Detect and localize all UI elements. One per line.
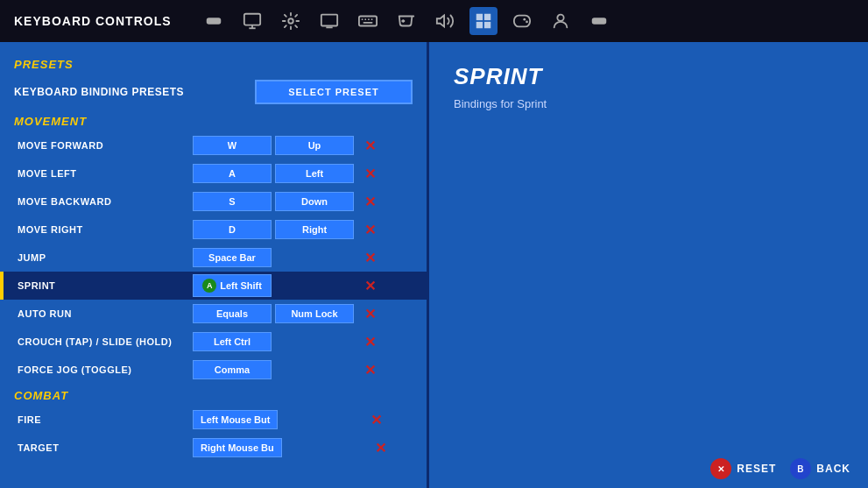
svg-rect-21	[591, 18, 606, 24]
key-slot-equals[interactable]: Equals	[193, 304, 272, 323]
svg-rect-15	[483, 14, 490, 20]
key-slot-right[interactable]: Right	[275, 220, 354, 239]
svg-rect-16	[476, 22, 482, 28]
gear-nav-icon[interactable]	[277, 7, 305, 35]
key-slot-lmb[interactable]: Left Mouse But	[193, 410, 278, 429]
key-slot-forcej-empty	[275, 366, 354, 373]
action-auto-run: AUTO RUN	[18, 308, 193, 319]
page-title: KEYBOARD CONTROLS	[14, 14, 172, 28]
binding-row-move-backward[interactable]: MOVE BACKWARD S Down ✕	[0, 187, 427, 216]
binding-row-move-forward[interactable]: MOVE FORWARD W Up ✕	[0, 131, 427, 159]
delete-jump[interactable]: ✕	[361, 250, 379, 266]
key-slot-fire-empty	[281, 416, 360, 423]
action-move-right: MOVE RIGHT	[18, 224, 193, 235]
delete-move-left[interactable]: ✕	[361, 166, 379, 182]
key-slots-force-jog: Comma ✕	[193, 360, 413, 379]
back-btn-circle: B	[790, 458, 811, 479]
action-jump: JUMP	[18, 252, 193, 263]
select-preset-button[interactable]: SELECT PRESET	[255, 80, 413, 104]
top-bar: KEYBOARD CONTROLS	[0, 0, 868, 42]
presets-section-label: PRESETS	[0, 53, 427, 74]
grid-nav-icon[interactable]	[469, 7, 498, 35]
reset-label: RESET	[737, 463, 776, 475]
key-slots-target: Right Mouse Bu ✕	[193, 438, 413, 457]
binding-row-jump[interactable]: JUMP Space Bar ✕	[0, 244, 427, 272]
action-move-left: MOVE LEFT	[18, 168, 193, 179]
delete-crouch[interactable]: ✕	[361, 334, 379, 350]
delete-auto-run[interactable]: ✕	[361, 306, 379, 322]
svg-marker-13	[436, 16, 443, 27]
action-crouch: CROUCH (TAP) / SLIDE (HOLD)	[18, 336, 193, 347]
key-slot-a[interactable]: A	[193, 164, 272, 183]
key-slot-sprint-empty	[275, 282, 354, 289]
circle-indicator: A	[202, 279, 216, 293]
key-slot-leftctrl[interactable]: Left Ctrl	[193, 332, 272, 351]
right-panel: SPRINT Bindings for Sprint	[429, 42, 868, 488]
binding-row-fire[interactable]: FIRE Left Mouse But ✕	[0, 406, 427, 434]
svg-point-4	[288, 18, 293, 24]
key-slot-w[interactable]: W	[193, 136, 272, 155]
user-nav-icon[interactable]	[547, 7, 575, 35]
rb-nav-icon[interactable]	[585, 7, 613, 35]
key-slots-move-right: D Right ✕	[193, 220, 413, 239]
key-slot-jump-empty	[275, 254, 354, 261]
left-panel: PRESETS KEYBOARD BINDING PRESETS SELECT …	[0, 42, 429, 488]
monitor-nav-icon[interactable]	[238, 7, 266, 35]
delete-move-backward[interactable]: ✕	[361, 194, 379, 210]
sprint-subtitle: Bindings for Sprint	[454, 97, 843, 110]
action-move-forward: MOVE FORWARD	[18, 140, 193, 151]
svg-rect-14	[476, 14, 482, 20]
svg-rect-17	[483, 22, 490, 28]
key-slot-rmb[interactable]: Right Mouse Bu	[193, 438, 282, 457]
binding-row-target[interactable]: TARGET Right Mouse Bu ✕	[0, 434, 427, 462]
svg-rect-1	[243, 14, 259, 25]
sprint-title: SPRINT	[454, 63, 843, 90]
delete-move-right[interactable]: ✕	[361, 222, 379, 238]
svg-rect-0	[206, 18, 221, 24]
binding-row-sprint[interactable]: SPRINT A Left Shift ✕	[0, 272, 427, 300]
bottom-bar: ✕ RESET B BACK	[693, 449, 868, 488]
binding-row-move-right[interactable]: MOVE RIGHT D Right ✕	[0, 216, 427, 244]
binding-row-auto-run[interactable]: AUTO RUN Equals Num Lock ✕	[0, 300, 427, 328]
key-slot-up[interactable]: Up	[275, 136, 354, 155]
key-slot-left-shift[interactable]: A Left Shift	[193, 274, 272, 297]
main-content: PRESETS KEYBOARD BINDING PRESETS SELECT …	[0, 42, 868, 488]
binding-row-force-jog[interactable]: FORCE JOG (TOGGLE) Comma ✕	[0, 356, 427, 384]
key-slots-auto-run: Equals Num Lock ✕	[193, 304, 413, 323]
key-slot-left[interactable]: Left	[275, 164, 354, 183]
movement-section-label: MOVEMENT	[0, 110, 427, 131]
controller2-nav-icon[interactable]	[508, 7, 536, 35]
binding-row-move-left[interactable]: MOVE LEFT A Left ✕	[0, 159, 427, 187]
back-action[interactable]: B BACK	[790, 458, 850, 479]
key-slot-comma[interactable]: Comma	[193, 360, 272, 379]
delete-fire[interactable]: ✕	[367, 412, 385, 428]
presets-row: KEYBOARD BINDING PRESETS SELECT PRESET	[0, 74, 427, 110]
key-slot-spacebar[interactable]: Space Bar	[193, 248, 272, 267]
delete-sprint[interactable]: ✕	[361, 278, 379, 294]
audio-nav-icon[interactable]	[431, 7, 459, 35]
key-slot-d[interactable]: D	[193, 220, 272, 239]
action-move-backward: MOVE BACKWARD	[18, 196, 193, 207]
reset-action[interactable]: ✕ RESET	[710, 458, 776, 479]
action-sprint: SPRINT	[18, 280, 193, 291]
svg-point-18	[523, 18, 526, 21]
key-slot-down[interactable]: Down	[275, 192, 354, 211]
lb-nav-icon[interactable]	[200, 7, 228, 35]
key-slot-target-empty	[286, 444, 364, 451]
key-slots-fire: Left Mouse But ✕	[193, 410, 413, 429]
binding-row-crouch[interactable]: CROUCH (TAP) / SLIDE (HOLD) Left Ctrl ✕	[0, 328, 427, 356]
svg-point-20	[557, 15, 563, 21]
key-slot-numlock[interactable]: Num Lock	[275, 304, 354, 323]
delete-force-jog[interactable]: ✕	[361, 362, 379, 378]
key-slot-s[interactable]: S	[193, 192, 272, 211]
gamepad-nav-icon[interactable]	[392, 7, 420, 35]
delete-target[interactable]: ✕	[371, 440, 390, 456]
svg-point-19	[526, 21, 528, 24]
delete-move-forward[interactable]: ✕	[361, 138, 379, 154]
svg-rect-7	[358, 17, 376, 26]
svg-rect-5	[321, 15, 336, 26]
action-fire: FIRE	[18, 414, 193, 425]
key-slots-crouch: Left Ctrl ✕	[193, 332, 413, 351]
keyboard-nav-icon[interactable]	[354, 7, 382, 35]
display2-nav-icon[interactable]	[315, 7, 343, 35]
